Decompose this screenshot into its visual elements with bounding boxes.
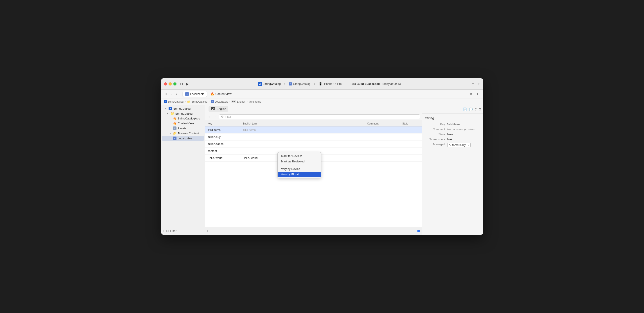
bc-localizable-icon: ≡ bbox=[211, 100, 214, 103]
minimize-button[interactable] bbox=[168, 82, 172, 85]
toggle-folder[interactable]: ▾ bbox=[166, 112, 169, 115]
sidebar-content: ▾ A StringCatalog ▾ 📁 StringCatalog ▸ 🔥 … bbox=[161, 105, 205, 227]
right-panel-managed-row: Managed Automatically Manually bbox=[426, 143, 480, 147]
filter-icon: ⚙ bbox=[221, 115, 224, 118]
toolbar-right: ⟲ ⊡ bbox=[468, 91, 481, 96]
sidebar-add-button[interactable]: + bbox=[163, 229, 165, 233]
context-menu-separator bbox=[278, 165, 321, 165]
sidebar-item-localizable[interactable]: ▸ ≡ Localizable bbox=[162, 136, 204, 141]
key-label: Key bbox=[426, 123, 445, 126]
sidebar-catalogapp-label: StringCatalogApp bbox=[178, 117, 200, 120]
breadcrumb-item-3: ≡ Localizable bbox=[211, 100, 228, 103]
tab-contentview[interactable]: 🔥 ContentView bbox=[208, 91, 234, 97]
swift-icon-1: 🔥 bbox=[173, 117, 176, 120]
sidebar-item-folder[interactable]: ▾ 📁 StringCatalog bbox=[162, 111, 204, 116]
header-key: Key bbox=[205, 122, 240, 125]
breadcrumb-bar: A StringCatalog › 📁 StringCatalog › ≡ Lo… bbox=[161, 98, 483, 105]
catalog-label: StringCatalog bbox=[293, 82, 310, 85]
breadcrumb-app-icon: A bbox=[164, 100, 167, 103]
sidebar-localizable-label: Localizable bbox=[178, 137, 192, 140]
right-panel-content: String Key %lld items Comment No comment… bbox=[422, 114, 483, 235]
tab-toolbar: ⊞ ‹ › ≡ Localizable 🔥 ContentView ⟲ ⊡ bbox=[161, 90, 483, 98]
close-button[interactable] bbox=[164, 82, 167, 85]
breadcrumb-catalog-2: StringCatalog bbox=[192, 100, 208, 103]
localizable-sidebar-icon: ≡ bbox=[173, 137, 176, 140]
titlebar-center: A StringCatalog › ≡ StringCatalog › 📱 iP… bbox=[190, 82, 468, 86]
state-label: State bbox=[426, 133, 445, 136]
managed-select-wrapper[interactable]: Automatically Manually bbox=[447, 143, 470, 147]
preview-folder-icon: 📁 bbox=[173, 132, 177, 135]
maximize-button[interactable] bbox=[174, 82, 176, 85]
cell-key-1: %lld items bbox=[205, 128, 240, 132]
header-english: English (en) bbox=[240, 122, 364, 125]
device-label: iPhone 15 Pro bbox=[324, 82, 342, 85]
grid-view-button[interactable]: ⊞ bbox=[163, 91, 169, 96]
bc-arrow-3: › bbox=[229, 100, 230, 103]
sidebar-item-preview[interactable]: ▸ 📁 Preview Content bbox=[162, 131, 204, 136]
swift-icon-2: 🔥 bbox=[173, 122, 176, 125]
app-name-label: StringCatalog bbox=[264, 82, 281, 85]
bc-arrow-1: › bbox=[185, 100, 186, 103]
sliders-icon[interactable]: ⚙ bbox=[478, 107, 481, 111]
sidebar-bottom: + ⊡ ⊙ ↑↓ bbox=[161, 227, 205, 235]
build-time: Today at 09:13 bbox=[382, 82, 400, 85]
bottom-bar: + bbox=[205, 227, 422, 235]
sidebar-item-catalogapp[interactable]: ▸ 🔥 StringCatalogApp bbox=[162, 116, 204, 121]
fullscreen-icon[interactable]: ⊡ bbox=[478, 82, 480, 86]
sidebar-item-contentview[interactable]: ▸ 🔥 ContentView bbox=[162, 121, 204, 126]
bottom-add-button[interactable]: + bbox=[207, 229, 209, 233]
refresh-icon[interactable]: ⟲ bbox=[468, 91, 474, 96]
table-toolbar: + − ⚙ Filter bbox=[205, 113, 422, 121]
sidebar-filter-input[interactable] bbox=[170, 229, 207, 233]
context-menu-item-mark-review[interactable]: Mark for Review bbox=[278, 153, 321, 159]
tab-localizable[interactable]: ≡ Localizable bbox=[182, 91, 207, 97]
managed-label: Managed bbox=[426, 143, 445, 147]
sidebar-root-label: StringCatalog bbox=[174, 107, 191, 110]
bc-en-badge: EN bbox=[232, 100, 236, 103]
add-string-button[interactable]: + bbox=[207, 114, 212, 120]
bottom-bar-left: + bbox=[207, 229, 209, 233]
table-row[interactable]: action.cancel bbox=[205, 141, 422, 148]
filter-placeholder: Filter bbox=[225, 115, 231, 118]
sidebar: ▾ A StringCatalog ▾ 📁 StringCatalog ▸ 🔥 … bbox=[161, 105, 205, 235]
vary-device-label: Vary by Device bbox=[281, 167, 300, 170]
question-icon[interactable]: ? bbox=[475, 107, 476, 111]
remove-string-button[interactable]: − bbox=[213, 114, 218, 120]
cell-key-5: Hello, world! bbox=[205, 156, 240, 159]
app-icon: A bbox=[258, 82, 262, 86]
nav-back-button[interactable]: ‹ bbox=[170, 91, 174, 96]
titlebar-add-button[interactable]: + bbox=[470, 81, 476, 87]
breadcrumb-catalog-1: StringCatalog bbox=[168, 100, 184, 103]
document-icon[interactable]: 📄 bbox=[463, 107, 467, 111]
toggle-preview[interactable]: ▸ bbox=[169, 132, 172, 135]
sidebar-item-root[interactable]: ▾ A StringCatalog bbox=[162, 106, 204, 111]
localizable-icon: ≡ bbox=[289, 82, 292, 85]
nav-buttons: ‹ › bbox=[170, 91, 179, 96]
breadcrumb-localizable: Localizable bbox=[215, 100, 228, 103]
sidebar-item-assets[interactable]: ▸ ⊞ Assets bbox=[162, 126, 204, 131]
sidebar-folder-label: StringCatalog bbox=[176, 112, 193, 115]
cell-key-3: action.cancel bbox=[205, 142, 240, 146]
table-row[interactable]: %lld items %lld items bbox=[205, 127, 422, 134]
table-row[interactable]: action.buy bbox=[205, 134, 422, 141]
right-panel-state-row: State New bbox=[426, 133, 480, 136]
context-menu-item-vary-plural[interactable]: Vary by Plural bbox=[278, 172, 321, 177]
table-header: Key English (en) Comment State bbox=[205, 121, 422, 127]
play-button[interactable]: ▶ bbox=[186, 82, 189, 86]
mark-reviewed-label: Mark as Reviewed bbox=[281, 160, 305, 163]
context-menu-item-mark-reviewed[interactable]: Mark as Reviewed bbox=[278, 159, 321, 164]
right-panel-title: String bbox=[426, 116, 480, 120]
context-menu-item-vary-device[interactable]: Vary by Device › bbox=[278, 166, 321, 172]
bc-arrow-2: › bbox=[209, 100, 210, 103]
right-panel: 📄 🕐 ? ⚙ String Key %lld items Comment No… bbox=[422, 105, 483, 235]
cell-english-1: %lld items bbox=[240, 128, 364, 132]
clock-icon[interactable]: 🕐 bbox=[469, 107, 473, 111]
sidebar-toggle-icon[interactable]: ⊡ bbox=[180, 82, 183, 86]
vary-plural-label: Vary by Plural bbox=[281, 173, 299, 176]
inspect-icon[interactable]: ⊡ bbox=[476, 91, 481, 96]
language-selector[interactable]: EN English bbox=[208, 106, 228, 112]
managed-select-input[interactable]: Automatically Manually bbox=[447, 143, 470, 147]
toggle-root[interactable]: ▾ bbox=[164, 107, 167, 110]
nav-forward-button[interactable]: › bbox=[174, 91, 179, 96]
right-panel-toolbar: 📄 🕐 ? ⚙ bbox=[422, 105, 483, 114]
